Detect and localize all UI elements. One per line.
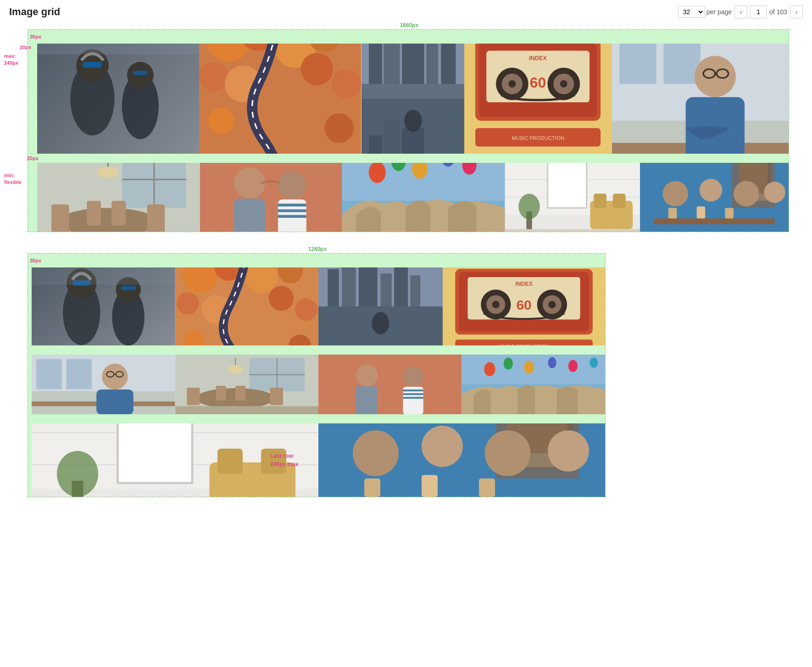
svg-rect-23: [369, 44, 382, 84]
svg-rect-173: [216, 386, 226, 400]
svg-rect-138: [410, 275, 420, 306]
left-padding: 20px: [28, 44, 37, 232]
image-people-sunglasses[interactable]: [37, 44, 199, 154]
svg-point-39: [509, 80, 516, 88]
svg-point-194: [590, 358, 598, 368]
svg-point-219: [548, 430, 589, 472]
section1-grid: max: 240px min: flexible 30px 20px: [28, 29, 789, 232]
image-cassette[interactable]: INDEX 60 MUSIC PRODUCTION: [464, 44, 612, 154]
svg-rect-94: [613, 194, 626, 208]
image-balloons[interactable]: [342, 163, 505, 232]
svg-point-193: [568, 360, 577, 372]
svg-text:60: 60: [516, 297, 531, 312]
per-page-label: per page: [706, 8, 732, 16]
svg-rect-66: [111, 201, 126, 226]
svg-rect-27: [441, 44, 456, 84]
grid-content: INDEX 60 MUSIC PRODUCTION: [37, 44, 789, 232]
svg-rect-104: [668, 208, 677, 218]
svg-rect-172: [270, 388, 283, 405]
svg-rect-78: [278, 215, 306, 218]
image-dining-room[interactable]: [37, 163, 200, 232]
section2-row1: INDEX 60 MUSIC PRODUCTION: [32, 267, 605, 345]
svg-rect-134: [342, 267, 356, 306]
page-number-input[interactable]: [750, 6, 767, 18]
s2-image-people[interactable]: [32, 267, 175, 345]
svg-rect-135: [359, 267, 378, 306]
svg-point-191: [524, 361, 534, 374]
svg-point-53: [694, 56, 735, 97]
prev-page-button[interactable]: ‹: [734, 6, 747, 18]
image-city-reflection[interactable]: [362, 44, 465, 154]
image-white-room[interactable]: [505, 163, 640, 232]
pagination-controls: 16 32 64 128 per page ‹ of 103 ›: [678, 6, 803, 18]
svg-point-17: [301, 53, 334, 85]
svg-point-18: [332, 69, 361, 99]
row-gap: 20px: [37, 154, 789, 163]
section2-inner: INDEX 60 MUSIC PRODUCTION: [28, 267, 605, 497]
svg-rect-119: [32, 267, 175, 284]
section2-row2: [32, 355, 605, 414]
next-page-button[interactable]: ›: [790, 6, 803, 18]
s2-image-office[interactable]: [32, 355, 175, 414]
svg-rect-136: [380, 273, 391, 306]
svg-point-96: [518, 194, 539, 219]
row1: INDEX 60 MUSIC PRODUCTION: [37, 44, 789, 154]
svg-rect-133: [328, 269, 339, 306]
s2-image-balloons2[interactable]: [462, 355, 606, 414]
svg-point-108: [699, 179, 722, 201]
s2-image-couple2[interactable]: [318, 355, 462, 414]
svg-rect-54: [685, 97, 744, 154]
section2-content: INDEX 60 MUSIC PRODUCTION: [32, 267, 605, 497]
svg-rect-174: [235, 386, 245, 400]
svg-point-15: [199, 62, 228, 91]
svg-rect-171: [187, 388, 200, 405]
svg-rect-202: [217, 449, 243, 474]
svg-rect-50: [619, 44, 656, 84]
svg-point-110: [764, 182, 785, 203]
s2-image-city[interactable]: [318, 267, 443, 345]
svg-rect-179: [318, 355, 462, 414]
svg-point-140: [372, 312, 389, 334]
svg-rect-181: [356, 386, 378, 414]
svg-point-218: [485, 430, 531, 476]
gap-label: 20px: [27, 156, 39, 161]
image-couple[interactable]: [200, 163, 342, 232]
image-friends-blue[interactable]: [640, 163, 789, 232]
image-office-woman[interactable]: [612, 44, 789, 154]
svg-point-150: [548, 301, 556, 308]
svg-rect-137: [394, 267, 408, 306]
svg-rect-63: [51, 204, 69, 232]
svg-rect-105: [696, 206, 705, 218]
image-aerial-road[interactable]: [199, 44, 361, 154]
top-padding-bar: 30px: [28, 30, 789, 44]
svg-rect-77: [278, 209, 306, 212]
svg-text:MUSIC PRODUCTION: MUSIC PRODUCTION: [512, 135, 565, 141]
per-page-select: 16 32 64 128 per page: [678, 6, 732, 18]
section1-width-label: 1660px: [28, 22, 790, 29]
s2-image-dining[interactable]: [175, 355, 319, 414]
svg-rect-71: [200, 163, 342, 232]
section2-width-label: 1260px: [28, 246, 606, 253]
svg-point-216: [353, 430, 399, 476]
svg-rect-25: [402, 44, 424, 84]
svg-rect-103: [654, 218, 774, 224]
svg-rect-159: [67, 359, 92, 389]
svg-rect-162: [96, 389, 133, 414]
svg-point-125: [176, 292, 199, 315]
svg-rect-214: [422, 475, 438, 497]
s2-image-aerial[interactable]: [175, 267, 319, 345]
svg-rect-73: [234, 199, 266, 232]
svg-text:INDEX: INDEX: [515, 281, 533, 287]
per-page-dropdown[interactable]: 16 32 64 128: [678, 6, 705, 18]
last-row-label: Last row: 240px max: [270, 452, 298, 468]
svg-rect-6: [83, 62, 102, 68]
svg-rect-24: [384, 44, 400, 84]
s2-image-cassette[interactable]: INDEX 60 MUSIC PRODUCTION: [443, 267, 605, 345]
svg-rect-29: [369, 135, 382, 154]
svg-point-74: [278, 171, 306, 200]
s2-image-friends-blue2[interactable]: [318, 423, 605, 497]
last-row-label-text: Last row:: [270, 452, 298, 460]
svg-rect-97: [505, 229, 640, 232]
section2-top-pad-label: 30px: [30, 258, 41, 263]
svg-point-67: [97, 167, 118, 178]
